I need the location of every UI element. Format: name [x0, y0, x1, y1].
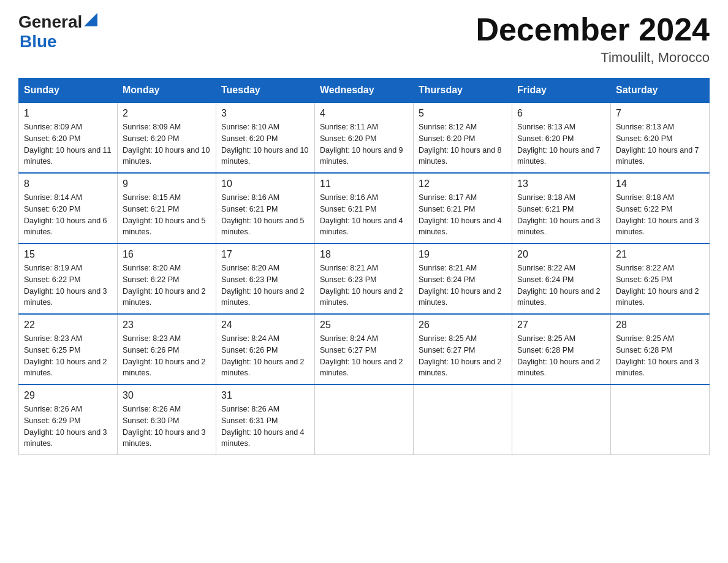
calendar-cell: [611, 385, 710, 455]
calendar-cell: 10Sunrise: 8:16 AMSunset: 6:21 PMDayligh…: [216, 173, 315, 243]
day-info: Sunrise: 8:23 AMSunset: 6:26 PMDaylight:…: [123, 333, 211, 379]
day-number: 29: [24, 390, 112, 401]
calendar-cell: 3Sunrise: 8:10 AMSunset: 6:20 PMDaylight…: [216, 102, 315, 173]
day-info: Sunrise: 8:14 AMSunset: 6:20 PMDaylight:…: [24, 192, 112, 238]
calendar-cell: 26Sunrise: 8:25 AMSunset: 6:27 PMDayligh…: [414, 314, 512, 385]
calendar-cell: 8Sunrise: 8:14 AMSunset: 6:20 PMDaylight…: [19, 173, 118, 243]
logo: General Blue: [18, 12, 97, 52]
calendar-cell: 14Sunrise: 8:18 AMSunset: 6:22 PMDayligh…: [611, 173, 710, 243]
calendar-cell: 20Sunrise: 8:22 AMSunset: 6:24 PMDayligh…: [512, 243, 611, 314]
day-header-saturday: Saturday: [611, 79, 710, 103]
day-header-thursday: Thursday: [414, 79, 512, 103]
day-info: Sunrise: 8:20 AMSunset: 6:23 PMDaylight:…: [221, 262, 309, 308]
day-number: 20: [517, 249, 605, 260]
day-number: 26: [419, 320, 507, 331]
day-number: 27: [517, 320, 605, 331]
calendar-week-row: 8Sunrise: 8:14 AMSunset: 6:20 PMDaylight…: [19, 173, 710, 243]
day-info: Sunrise: 8:26 AMSunset: 6:29 PMDaylight:…: [24, 404, 112, 450]
day-number: 15: [24, 249, 112, 260]
day-number: 7: [616, 108, 704, 119]
day-number: 25: [320, 320, 408, 331]
day-info: Sunrise: 8:21 AMSunset: 6:23 PMDaylight:…: [320, 262, 408, 308]
calendar-cell: 7Sunrise: 8:13 AMSunset: 6:20 PMDaylight…: [611, 102, 710, 173]
calendar-table: SundayMondayTuesdayWednesdayThursdayFrid…: [18, 78, 710, 455]
title-area: December 2024 Timoulilt, Morocco: [476, 12, 710, 66]
svg-marker-0: [84, 13, 97, 26]
calendar-cell: 2Sunrise: 8:09 AMSunset: 6:20 PMDaylight…: [118, 102, 216, 173]
day-info: Sunrise: 8:25 AMSunset: 6:27 PMDaylight:…: [419, 333, 507, 379]
day-number: 16: [123, 249, 211, 260]
calendar-cell: 30Sunrise: 8:26 AMSunset: 6:30 PMDayligh…: [118, 385, 216, 455]
day-number: 2: [123, 108, 211, 119]
day-info: Sunrise: 8:16 AMSunset: 6:21 PMDaylight:…: [320, 192, 408, 238]
day-info: Sunrise: 8:18 AMSunset: 6:21 PMDaylight:…: [517, 192, 605, 238]
day-number: 18: [320, 249, 408, 260]
logo-text-general: General: [18, 12, 82, 32]
day-info: Sunrise: 8:24 AMSunset: 6:27 PMDaylight:…: [320, 333, 408, 379]
calendar-cell: 5Sunrise: 8:12 AMSunset: 6:20 PMDaylight…: [414, 102, 512, 173]
day-number: 22: [24, 320, 112, 331]
day-number: 10: [221, 178, 309, 190]
day-info: Sunrise: 8:15 AMSunset: 6:21 PMDaylight:…: [123, 192, 211, 238]
calendar-cell: 17Sunrise: 8:20 AMSunset: 6:23 PMDayligh…: [216, 243, 315, 314]
day-number: 17: [221, 249, 309, 260]
calendar-cell: [512, 385, 611, 455]
calendar-cell: 11Sunrise: 8:16 AMSunset: 6:21 PMDayligh…: [315, 173, 414, 243]
day-info: Sunrise: 8:09 AMSunset: 6:20 PMDaylight:…: [123, 121, 211, 167]
day-info: Sunrise: 8:11 AMSunset: 6:20 PMDaylight:…: [320, 121, 408, 167]
day-number: 4: [320, 108, 408, 119]
day-info: Sunrise: 8:13 AMSunset: 6:20 PMDaylight:…: [517, 121, 605, 167]
day-number: 31: [221, 390, 309, 401]
calendar-cell: 13Sunrise: 8:18 AMSunset: 6:21 PMDayligh…: [512, 173, 611, 243]
calendar-cell: 12Sunrise: 8:17 AMSunset: 6:21 PMDayligh…: [414, 173, 512, 243]
calendar-cell: 31Sunrise: 8:26 AMSunset: 6:31 PMDayligh…: [216, 385, 315, 455]
calendar-cell: [414, 385, 512, 455]
day-info: Sunrise: 8:17 AMSunset: 6:21 PMDaylight:…: [419, 192, 507, 238]
calendar-subtitle: Timoulilt, Morocco: [476, 50, 710, 66]
calendar-week-row: 1Sunrise: 8:09 AMSunset: 6:20 PMDaylight…: [19, 102, 710, 173]
day-number: 21: [616, 249, 704, 260]
day-number: 24: [221, 320, 309, 331]
day-info: Sunrise: 8:23 AMSunset: 6:25 PMDaylight:…: [24, 333, 112, 379]
day-info: Sunrise: 8:12 AMSunset: 6:20 PMDaylight:…: [419, 121, 507, 167]
day-number: 19: [419, 249, 507, 260]
calendar-cell: 27Sunrise: 8:25 AMSunset: 6:28 PMDayligh…: [512, 314, 611, 385]
calendar-cell: 24Sunrise: 8:24 AMSunset: 6:26 PMDayligh…: [216, 314, 315, 385]
day-info: Sunrise: 8:16 AMSunset: 6:21 PMDaylight:…: [221, 192, 309, 238]
calendar-cell: 16Sunrise: 8:20 AMSunset: 6:22 PMDayligh…: [118, 243, 216, 314]
day-number: 3: [221, 108, 309, 119]
day-info: Sunrise: 8:18 AMSunset: 6:22 PMDaylight:…: [616, 192, 704, 238]
page-header: General Blue December 2024 Timoulilt, Mo…: [18, 12, 710, 66]
day-number: 12: [419, 178, 507, 190]
day-info: Sunrise: 8:13 AMSunset: 6:20 PMDaylight:…: [616, 121, 704, 167]
logo-text-blue: Blue: [20, 32, 57, 52]
calendar-cell: 25Sunrise: 8:24 AMSunset: 6:27 PMDayligh…: [315, 314, 414, 385]
calendar-cell: 28Sunrise: 8:25 AMSunset: 6:28 PMDayligh…: [611, 314, 710, 385]
day-header-monday: Monday: [118, 79, 216, 103]
calendar-cell: 6Sunrise: 8:13 AMSunset: 6:20 PMDaylight…: [512, 102, 611, 173]
calendar-week-row: 29Sunrise: 8:26 AMSunset: 6:29 PMDayligh…: [19, 385, 710, 455]
calendar-cell: 23Sunrise: 8:23 AMSunset: 6:26 PMDayligh…: [118, 314, 216, 385]
day-info: Sunrise: 8:22 AMSunset: 6:24 PMDaylight:…: [517, 262, 605, 308]
day-info: Sunrise: 8:26 AMSunset: 6:30 PMDaylight:…: [123, 404, 211, 450]
calendar-cell: [315, 385, 414, 455]
day-number: 6: [517, 108, 605, 119]
day-header-tuesday: Tuesday: [216, 79, 315, 103]
day-info: Sunrise: 8:20 AMSunset: 6:22 PMDaylight:…: [123, 262, 211, 308]
calendar-cell: 18Sunrise: 8:21 AMSunset: 6:23 PMDayligh…: [315, 243, 414, 314]
calendar-cell: 15Sunrise: 8:19 AMSunset: 6:22 PMDayligh…: [19, 243, 118, 314]
day-number: 8: [24, 178, 112, 190]
day-info: Sunrise: 8:10 AMSunset: 6:20 PMDaylight:…: [221, 121, 309, 167]
day-info: Sunrise: 8:22 AMSunset: 6:25 PMDaylight:…: [616, 262, 704, 308]
calendar-cell: 4Sunrise: 8:11 AMSunset: 6:20 PMDaylight…: [315, 102, 414, 173]
day-header-sunday: Sunday: [19, 79, 118, 103]
day-info: Sunrise: 8:26 AMSunset: 6:31 PMDaylight:…: [221, 404, 309, 450]
calendar-week-row: 15Sunrise: 8:19 AMSunset: 6:22 PMDayligh…: [19, 243, 710, 314]
calendar-cell: 19Sunrise: 8:21 AMSunset: 6:24 PMDayligh…: [414, 243, 512, 314]
day-info: Sunrise: 8:25 AMSunset: 6:28 PMDaylight:…: [517, 333, 605, 379]
day-number: 14: [616, 178, 704, 190]
day-number: 28: [616, 320, 704, 331]
day-number: 5: [419, 108, 507, 119]
day-info: Sunrise: 8:21 AMSunset: 6:24 PMDaylight:…: [419, 262, 507, 308]
calendar-cell: 9Sunrise: 8:15 AMSunset: 6:21 PMDaylight…: [118, 173, 216, 243]
